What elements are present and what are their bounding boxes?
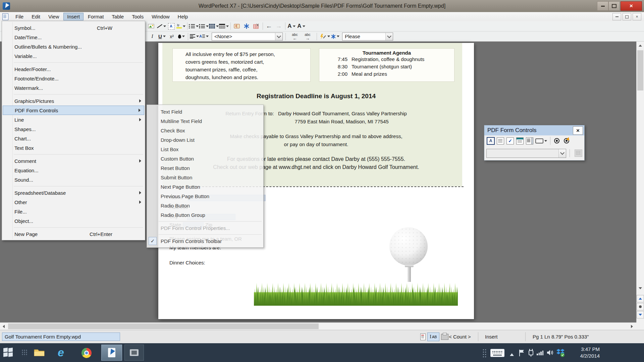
line-spacing-button[interactable]: A [199, 32, 209, 41]
scroll-up-button[interactable] [637, 42, 644, 49]
restore-button[interactable] [608, 1, 620, 11]
dropdown-caret-icon[interactable] [337, 36, 339, 37]
style-combo-dropdown-button[interactable] [275, 33, 282, 40]
text-box-button[interactable]: A [166, 22, 176, 31]
browse-previous-button[interactable] [637, 295, 644, 302]
menu-item-shapes[interactable]: Shapes... [2, 124, 145, 134]
mdi-close-button[interactable]: × [633, 13, 641, 20]
menu-table[interactable]: Table [108, 13, 127, 20]
palette-close-button[interactable]: × [573, 126, 583, 135]
menu-item-footnote-endnote[interactable]: Footnote/Endnote... [2, 74, 145, 83]
symbols-button[interactable] [330, 32, 340, 41]
menu-item-chart[interactable]: Chart... [2, 134, 145, 143]
table-create-button[interactable] [209, 22, 219, 31]
dropdown-caret-icon[interactable] [293, 25, 296, 27]
list-box-tool-button[interactable] [525, 137, 534, 145]
menu-item-comment[interactable]: Comment [2, 156, 145, 166]
scroll-left-button[interactable] [0, 323, 7, 330]
show-hidden-icons-button[interactable] [510, 353, 514, 356]
scroll-down-button[interactable] [637, 285, 644, 292]
mdi-restore-button[interactable] [623, 13, 631, 20]
submenu-item-radio-button-group[interactable]: Radio Button Group [147, 210, 263, 220]
submenu-item-next-page-button[interactable]: Next Page Button [147, 182, 263, 191]
quickformat-button[interactable] [320, 32, 330, 41]
minimize-button[interactable] [597, 1, 608, 11]
menu-view[interactable]: View [45, 13, 63, 20]
dropdown-caret-icon[interactable] [206, 25, 209, 27]
menu-item-object[interactable]: Object... [2, 216, 145, 226]
horizontal-scroll-thumb[interactable] [8, 323, 319, 329]
browse-by-button[interactable] [637, 303, 644, 310]
menu-item-symbol[interactable]: Symbol...Ctrl+W [2, 23, 145, 33]
horizontal-scrollbar[interactable] [0, 322, 636, 330]
menu-item-equation[interactable]: Equation... [2, 166, 145, 175]
close-button[interactable]: × [621, 1, 642, 11]
menu-help[interactable]: Help [174, 13, 192, 20]
insert-mode-indicator[interactable]: Insert [485, 334, 498, 340]
submenu-item-list-box[interactable]: List Box [147, 144, 263, 154]
menu-file[interactable]: File [12, 13, 27, 20]
shadow-cursor-toggle[interactable]: IAB [427, 333, 439, 341]
draw-picture-button[interactable] [147, 22, 156, 31]
menu-item-variable[interactable]: Variable... [2, 51, 145, 61]
browse-next-button[interactable] [637, 311, 644, 318]
menu-edit[interactable]: Edit [28, 13, 44, 20]
volume-button[interactable] [547, 349, 555, 357]
skip-forward-word-button[interactable]: abc→ [301, 33, 314, 40]
submenu-item-drop-down-list[interactable]: Drop-down List [147, 135, 263, 144]
symbol-button[interactable] [242, 22, 251, 31]
taskbar-clock[interactable]: 3:47 PM 4/2/2014 [569, 346, 600, 359]
redo-button[interactable]: → [274, 22, 283, 31]
menu-item-header-footer[interactable]: Header/Footer... [2, 64, 145, 74]
menu-item-sound[interactable]: Sound... [2, 175, 145, 184]
dropdown-caret-icon[interactable] [196, 36, 199, 37]
pinned-apps-grid-icon[interactable] [21, 349, 28, 356]
document-control-icon[interactable] [2, 13, 8, 20]
dropdown-caret-icon[interactable] [196, 25, 199, 27]
menu-insert[interactable]: Insert [63, 13, 84, 20]
button-tool-button[interactable] [535, 137, 547, 145]
radio-button-tool-button[interactable] [552, 137, 561, 145]
field-name-combo[interactable] [486, 149, 566, 158]
menu-item-pdf-form-controls[interactable]: PDF Form Controls [3, 106, 144, 115]
menu-item-text-box[interactable]: Text Box [2, 143, 145, 153]
menu-window[interactable]: Window [148, 13, 173, 20]
dropdown-caret-icon[interactable] [206, 36, 209, 37]
quickformat-fonts-button[interactable]: A [297, 22, 306, 31]
printer-status-icon[interactable] [441, 334, 448, 340]
menu-item-outline-bullets[interactable]: Outline/Bullets & Numbering... [2, 42, 145, 51]
submenu-item-custom-button[interactable]: Custom Button [147, 154, 263, 163]
submenu-item-toolbar-toggle[interactable]: ✓ PDF Form Controls Toolbar [147, 236, 263, 246]
power-status-button[interactable] [528, 349, 534, 359]
submenu-item-submit-button[interactable]: Submit Button [147, 173, 263, 182]
open-document-tab[interactable]: Golf Tournament Form Empty.wpd [2, 333, 120, 341]
menu-format[interactable]: Format [84, 13, 108, 20]
wordperfect-taskbar-button[interactable] [101, 345, 122, 361]
quickfonts-button[interactable]: A [287, 22, 296, 31]
menu-item-file[interactable]: File... [2, 207, 145, 216]
internet-explorer-button[interactable]: e [58, 346, 64, 359]
count-indicator[interactable]: < Count > [449, 334, 471, 340]
pdf-form-controls-palette[interactable]: PDF Form Controls × A ✓ [484, 125, 585, 161]
open-app-taskbar-button[interactable] [124, 345, 144, 361]
dropbox-tray-icon[interactable] [556, 349, 565, 359]
skip-back-word-button[interactable]: abc← [288, 33, 301, 40]
mdi-minimize-button[interactable] [612, 13, 621, 20]
submenu-item-radio-button[interactable]: Radio Button [147, 201, 263, 210]
style-combo[interactable]: <None> [212, 33, 283, 41]
multiline-text-field-tool-button[interactable] [496, 137, 505, 145]
menu-item-watermark[interactable]: Watermark... [2, 83, 145, 93]
touch-keyboard-button[interactable] [490, 349, 504, 357]
bullet-list-button[interactable] [199, 22, 209, 31]
menu-tools[interactable]: Tools [128, 13, 147, 20]
text-field-tool-button[interactable]: A [486, 137, 495, 145]
vertical-scroll-thumb[interactable] [637, 50, 643, 90]
check-box-tool-button[interactable]: ✓ [506, 137, 515, 145]
dropdown-caret-icon[interactable] [163, 36, 166, 37]
italic-button[interactable]: I [148, 32, 157, 41]
drop-down-list-tool-button[interactable] [516, 137, 524, 145]
undo-button[interactable]: ← [264, 22, 274, 31]
superscript-button[interactable]: x² [167, 32, 176, 41]
radio-button-group-tool-button[interactable] [562, 137, 571, 145]
action-center-button[interactable] [519, 349, 525, 358]
